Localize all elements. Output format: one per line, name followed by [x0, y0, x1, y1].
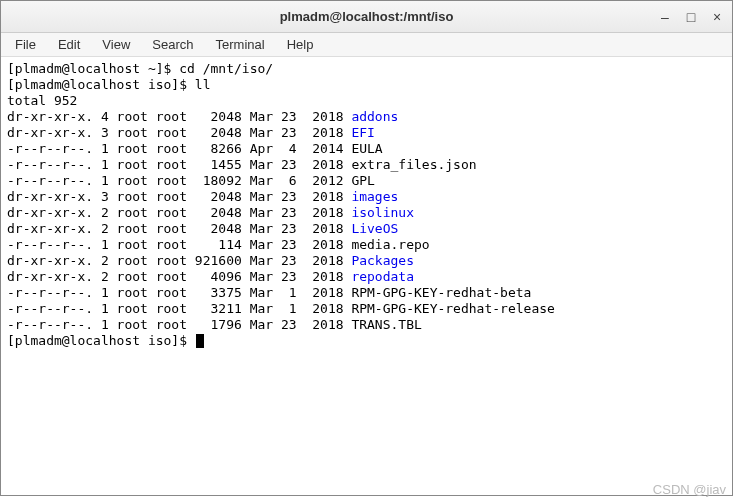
- watermark: CSDN @jiav: [653, 482, 726, 497]
- close-button[interactable]: ×: [710, 10, 724, 24]
- window-controls: – □ ×: [658, 1, 724, 33]
- total-line: total 952: [7, 93, 77, 108]
- listing-row: dr-xr-xr-x. 2 root root 2048 Mar 23 2018: [7, 205, 351, 220]
- menu-search[interactable]: Search: [142, 35, 203, 54]
- terminal-viewport[interactable]: [plmadm@localhost ~]$ cd /mnt/iso/ [plma…: [1, 57, 732, 495]
- terminal-window: plmadm@localhost:/mnt/iso – □ × File Edi…: [0, 0, 733, 496]
- listing-row: dr-xr-xr-x. 2 root root 2048 Mar 23 2018: [7, 221, 351, 236]
- titlebar: plmadm@localhost:/mnt/iso – □ ×: [1, 1, 732, 33]
- file-name: media.repo: [351, 237, 429, 252]
- file-name-dir: Packages: [351, 253, 414, 268]
- listing-row: -r--r--r--. 1 root root 1796 Mar 23 2018: [7, 317, 351, 332]
- file-name-dir: isolinux: [351, 205, 414, 220]
- menu-edit[interactable]: Edit: [48, 35, 90, 54]
- file-name: RPM-GPG-KEY-redhat-release: [351, 301, 555, 316]
- listing-row: dr-xr-xr-x. 3 root root 2048 Mar 23 2018: [7, 125, 351, 140]
- maximize-button[interactable]: □: [684, 10, 698, 24]
- prompt: [plmadm@localhost iso]$: [7, 333, 195, 348]
- menubar: File Edit View Search Terminal Help: [1, 33, 732, 57]
- listing-row: dr-xr-xr-x. 2 root root 921600 Mar 23 20…: [7, 253, 351, 268]
- listing-row: dr-xr-xr-x. 2 root root 4096 Mar 23 2018: [7, 269, 351, 284]
- command: cd /mnt/iso/: [179, 61, 273, 76]
- menu-terminal[interactable]: Terminal: [206, 35, 275, 54]
- window-title: plmadm@localhost:/mnt/iso: [280, 9, 454, 24]
- listing-row: -r--r--r--. 1 root root 1455 Mar 23 2018: [7, 157, 351, 172]
- file-name: TRANS.TBL: [351, 317, 421, 332]
- file-name-dir: images: [351, 189, 398, 204]
- listing-row: dr-xr-xr-x. 3 root root 2048 Mar 23 2018: [7, 189, 351, 204]
- file-name-dir: addons: [351, 109, 398, 124]
- prompt: [plmadm@localhost iso]$: [7, 77, 195, 92]
- file-name: RPM-GPG-KEY-redhat-beta: [351, 285, 531, 300]
- command: ll: [195, 77, 211, 92]
- listing-row: dr-xr-xr-x. 4 root root 2048 Mar 23 2018: [7, 109, 351, 124]
- file-name: extra_files.json: [351, 157, 476, 172]
- listing-row: -r--r--r--. 1 root root 8266 Apr 4 2014: [7, 141, 351, 156]
- file-name-dir: EFI: [351, 125, 374, 140]
- file-name: EULA: [351, 141, 382, 156]
- listing-row: -r--r--r--. 1 root root 3375 Mar 1 2018: [7, 285, 351, 300]
- prompt: [plmadm@localhost ~]$: [7, 61, 179, 76]
- menu-file[interactable]: File: [5, 35, 46, 54]
- menu-help[interactable]: Help: [277, 35, 324, 54]
- minimize-button[interactable]: –: [658, 10, 672, 24]
- listing-row: -r--r--r--. 1 root root 3211 Mar 1 2018: [7, 301, 351, 316]
- file-name-dir: repodata: [351, 269, 414, 284]
- listing-row: -r--r--r--. 1 root root 18092 Mar 6 2012: [7, 173, 351, 188]
- cursor-icon: [196, 334, 204, 348]
- file-name: GPL: [351, 173, 374, 188]
- file-name-dir: LiveOS: [351, 221, 398, 236]
- menu-view[interactable]: View: [92, 35, 140, 54]
- listing-row: -r--r--r--. 1 root root 114 Mar 23 2018: [7, 237, 351, 252]
